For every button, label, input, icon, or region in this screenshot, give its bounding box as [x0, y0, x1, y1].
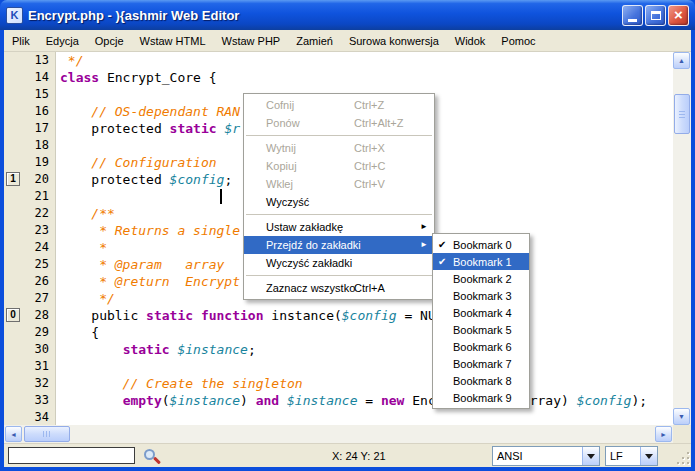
menubar-item-pomoc[interactable]: Pomoc — [493, 31, 543, 51]
menubar-item-zamie[interactable]: Zamień — [288, 31, 341, 51]
scroll-up-button[interactable]: ▲ — [673, 52, 690, 69]
menu-item-zaznacz-wszystko[interactable]: Zaznacz wszystkoCtrl+A — [244, 279, 434, 297]
maximize-button[interactable] — [645, 5, 666, 26]
code-text: * @return Encrypt — [56, 273, 240, 290]
code-segment: public — [60, 308, 146, 323]
code-segment: and — [256, 393, 279, 408]
line-ending-value: LF — [606, 450, 640, 462]
code-segment: $instance — [287, 393, 357, 408]
submenu-item-bookmark-0[interactable]: ✔Bookmark 0 — [433, 236, 529, 253]
code-segment: static — [170, 121, 217, 136]
submenu-item-bookmark-1[interactable]: ✔Bookmark 1 — [433, 253, 529, 270]
submenu-item-label: Bookmark 8 — [453, 375, 512, 387]
scroll-left-button[interactable]: ◄ — [5, 426, 22, 442]
app-window: K Encrypt.php - ){ashmir Web Editor × Pl… — [0, 0, 695, 471]
search-input[interactable] — [8, 447, 135, 464]
bookmark-badge: 1 — [6, 172, 20, 186]
menu-item-wklej: WklejCtrl+V — [244, 175, 434, 193]
code-segment — [193, 308, 201, 323]
submenu-item-bookmark-9[interactable]: Bookmark 9 — [433, 389, 529, 406]
code-text: // Configuration — [56, 154, 217, 171]
menu-item-przejd-do-zak-adki[interactable]: Przejdź do zakładki► — [244, 236, 434, 254]
submenu-item-label: Bookmark 9 — [453, 392, 512, 404]
horizontal-scrollbar[interactable]: ◄ ► — [4, 425, 691, 443]
menu-item-ustaw-zak-adk[interactable]: Ustaw zakładkę► — [244, 218, 434, 236]
submenu-item-bookmark-4[interactable]: Bookmark 4 — [433, 304, 529, 321]
line-ending-dropdown-arrow-icon[interactable] — [640, 447, 657, 465]
code-segment: protected — [60, 172, 170, 187]
code-segment: ; — [224, 172, 232, 187]
menubar-item-widok[interactable]: Widok — [447, 31, 494, 51]
line-number: 14 — [4, 69, 56, 86]
code-segment: ) — [240, 393, 256, 408]
line-number: 22 — [4, 205, 56, 222]
code-segment: Encrypt_Core { — [99, 70, 216, 85]
code-line-34[interactable]: 34 — [4, 409, 673, 425]
bookmark-submenu: ✔Bookmark 0✔Bookmark 1Bookmark 2Bookmark… — [432, 233, 530, 409]
code-line-32[interactable]: 32 // Create the singleton — [4, 375, 673, 392]
code-segment: $config — [342, 308, 397, 323]
search-magnifier-icon[interactable] — [144, 449, 155, 460]
scroll-down-button[interactable]: ▼ — [673, 408, 690, 425]
menu-item-label: Wklej — [266, 178, 293, 190]
menubar-item-opcje[interactable]: Opcje — [87, 31, 132, 51]
code-segment: $r — [224, 121, 240, 136]
menubar-item-plik[interactable]: Plik — [4, 31, 38, 51]
menubar-item-edycja[interactable]: Edycja — [38, 31, 87, 51]
line-number: 33 — [4, 392, 56, 409]
code-segment: * @return Encrypt — [60, 274, 240, 289]
menubar-item-wstaw-html[interactable]: Wstaw HTML — [132, 31, 214, 51]
submenu-item-label: Bookmark 1 — [453, 256, 512, 268]
code-line-28[interactable]: 280 public static function instance($con… — [4, 307, 673, 324]
line-number: 32 — [4, 375, 56, 392]
code-line-31[interactable]: 31 — [4, 358, 673, 375]
submenu-item-bookmark-2[interactable]: Bookmark 2 — [433, 270, 529, 287]
code-line-30[interactable]: 30 static $instance; — [4, 341, 673, 358]
code-text: // Create the singleton — [56, 375, 303, 392]
menu-item-wyczy-zak-adki[interactable]: Wyczyść zakładki — [244, 254, 434, 272]
code-line-13[interactable]: 13 */ — [4, 52, 673, 69]
submenu-item-bookmark-6[interactable]: Bookmark 6 — [433, 338, 529, 355]
encoding-select[interactable]: ANSI — [492, 446, 600, 466]
scroll-right-button[interactable]: ► — [655, 426, 672, 442]
menu-item-wytnij: WytnijCtrl+X — [244, 139, 434, 157]
line-number: 280 — [4, 307, 56, 324]
horizontal-scroll-thumb[interactable] — [24, 426, 70, 442]
submenu-item-bookmark-3[interactable]: Bookmark 3 — [433, 287, 529, 304]
menu-item-shortcut: Ctrl+V — [354, 178, 385, 190]
menu-separator — [246, 135, 432, 136]
vertical-scrollbar[interactable]: ▲ ▼ — [673, 52, 691, 425]
code-text: { — [56, 324, 99, 341]
line-number: 15 — [4, 86, 56, 103]
code-segment: empty — [123, 393, 162, 408]
submenu-item-bookmark-5[interactable]: Bookmark 5 — [433, 321, 529, 338]
menubar-item-surowa-konwersja[interactable]: Surowa konwersja — [341, 31, 447, 51]
code-line-33[interactable]: 33 empty($instance) and $instance = new … — [4, 392, 673, 409]
menu-item-wyczy[interactable]: Wyczyść — [244, 193, 434, 211]
code-text — [56, 358, 60, 375]
code-line-14[interactable]: 14class Encrypt_Core { — [4, 69, 673, 86]
submenu-item-label: Bookmark 6 — [453, 341, 512, 353]
vertical-scroll-thumb[interactable] — [674, 94, 690, 134]
line-number: 21 — [4, 188, 56, 205]
code-segment: function — [201, 308, 264, 323]
submenu-item-label: Bookmark 3 — [453, 290, 512, 302]
code-line-29[interactable]: 29 { — [4, 324, 673, 341]
line-number: 31 — [4, 358, 56, 375]
app-icon[interactable]: K — [6, 7, 23, 24]
menu-item-cofnij: CofnijCtrl+Z — [244, 96, 434, 114]
close-button[interactable]: × — [668, 5, 689, 26]
code-segment: // OS-dependant RAN — [60, 104, 240, 119]
line-ending-select[interactable]: LF — [605, 446, 658, 466]
code-segment — [60, 342, 123, 357]
menubar-item-wstaw-php[interactable]: Wstaw PHP — [214, 31, 289, 51]
code-segment: class — [60, 70, 99, 85]
submenu-item-bookmark-7[interactable]: Bookmark 7 — [433, 355, 529, 372]
submenu-item-bookmark-8[interactable]: Bookmark 8 — [433, 372, 529, 389]
code-segment: * @param array — [60, 257, 224, 272]
menu-item-pon-w: PonówCtrl+Alt+Z — [244, 114, 434, 132]
encoding-dropdown-arrow-icon[interactable] — [582, 447, 599, 465]
submenu-item-label: Bookmark 2 — [453, 273, 512, 285]
resize-grip[interactable] — [675, 450, 689, 464]
minimize-button[interactable] — [622, 5, 643, 26]
